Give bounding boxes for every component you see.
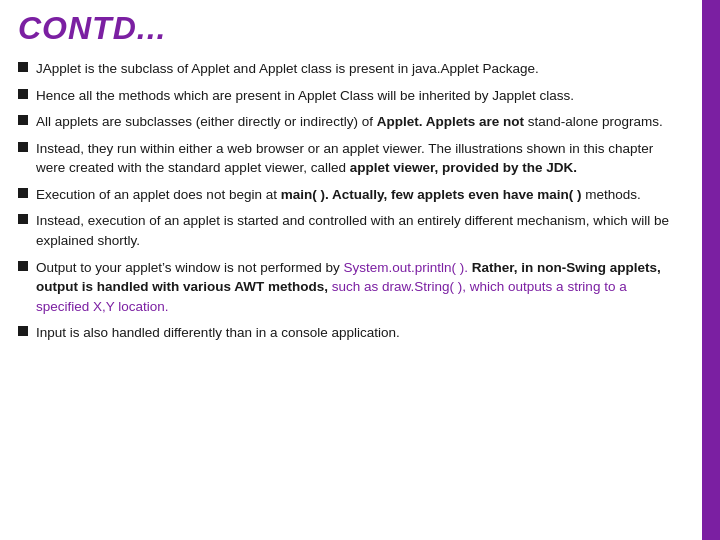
bullet-text: Instead, execution of an applet is start…: [36, 211, 680, 250]
list-item: All applets are subclasses (either direc…: [18, 112, 702, 132]
bullet-icon: [18, 142, 28, 152]
list-item: JApplet is the subclass of Applet and Ap…: [18, 59, 702, 79]
bullet-icon: [18, 115, 28, 125]
list-item: Input is also handled differently than i…: [18, 323, 702, 343]
list-item: Instead, execution of an applet is start…: [18, 211, 702, 250]
bullet-text: Output to your applet’s window is not pe…: [36, 258, 680, 317]
list-item: Instead, they run within either a web br…: [18, 139, 702, 178]
bullet-icon: [18, 214, 28, 224]
bullet-text: Execution of an applet does not begin at…: [36, 185, 680, 205]
bullet-icon: [18, 261, 28, 271]
bullet-text: Instead, they run within either a web br…: [36, 139, 680, 178]
bullet-text: Hence all the methods which are present …: [36, 86, 680, 106]
bullet-text: JApplet is the subclass of Applet and Ap…: [36, 59, 680, 79]
content-list: JApplet is the subclass of Applet and Ap…: [18, 59, 702, 343]
list-item: Hence all the methods which are present …: [18, 86, 702, 106]
page: CONTD... JApplet is the subclass of Appl…: [0, 0, 720, 540]
bullet-icon: [18, 188, 28, 198]
bullet-icon: [18, 62, 28, 72]
bullet-icon: [18, 326, 28, 336]
bullet-icon: [18, 89, 28, 99]
page-title: CONTD...: [18, 10, 702, 47]
list-item: Output to your applet’s window is not pe…: [18, 258, 702, 317]
right-accent-bar: [702, 0, 720, 540]
bullet-text: Input is also handled differently than i…: [36, 323, 680, 343]
bullet-text: All applets are subclasses (either direc…: [36, 112, 680, 132]
list-item: Execution of an applet does not begin at…: [18, 185, 702, 205]
